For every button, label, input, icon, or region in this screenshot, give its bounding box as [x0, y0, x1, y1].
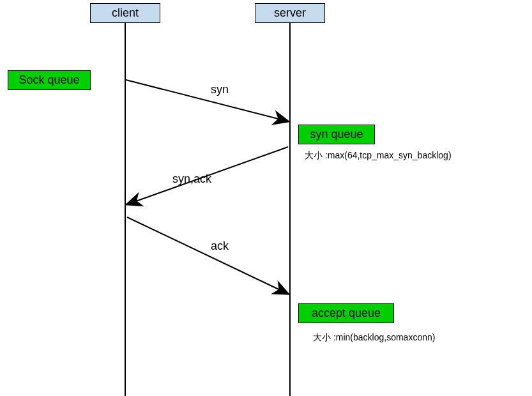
label-syn: syn	[211, 83, 229, 96]
participant-client: client	[90, 3, 160, 23]
participant-server: server	[255, 3, 325, 23]
sock-queue-box: Sock queue	[8, 70, 91, 90]
caption-accept-queue-size: 大小 :min(backlog,somaxconn)	[313, 332, 435, 344]
client-lifeline	[125, 22, 126, 396]
label-syn-ack: syn,ack	[172, 172, 211, 186]
server-lifeline	[289, 22, 291, 396]
caption-syn-queue-size: 大小 :max(64,tcp_max_syn_backlog)	[305, 150, 452, 162]
arrow-ack	[127, 217, 288, 294]
message-arrows	[0, 0, 532, 396]
syn-queue-box: syn queue	[298, 125, 375, 144]
arrow-syn	[126, 80, 288, 121]
accept-queue-box: accept queue	[298, 303, 394, 323]
label-ack: ack	[211, 240, 229, 253]
